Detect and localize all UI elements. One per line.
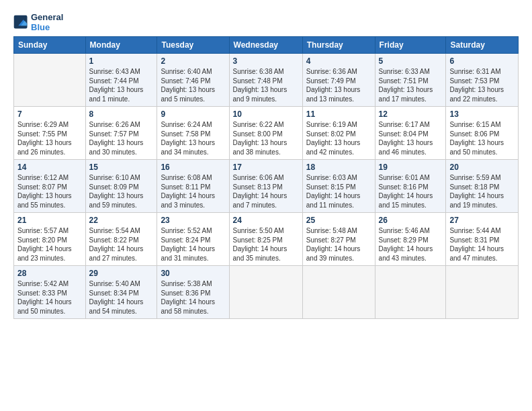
sunrise-text: Sunrise: 6:08 AM xyxy=(161,174,212,181)
calendar-cell: 19Sunrise: 6:01 AMSunset: 8:16 PMDayligh… xyxy=(375,160,446,213)
logo: General Blue xyxy=(13,12,63,32)
day-info: Sunrise: 6:08 AMSunset: 8:11 PMDaylight:… xyxy=(161,173,225,210)
calendar-cell xyxy=(375,266,446,319)
daylight-text: Daylight: 13 hours and 50 minutes. xyxy=(449,139,504,156)
day-info: Sunrise: 5:40 AMSunset: 8:34 PMDaylight:… xyxy=(89,279,154,316)
calendar-cell: 4Sunrise: 6:36 AMSunset: 7:49 PMDaylight… xyxy=(302,54,375,107)
sunset-text: Sunset: 8:31 PM xyxy=(449,236,499,244)
sunrise-text: Sunrise: 5:52 AM xyxy=(161,227,212,234)
day-header-thursday: Thursday xyxy=(302,37,375,54)
day-number: 27 xyxy=(449,216,515,225)
day-number: 29 xyxy=(89,269,154,278)
sunset-text: Sunset: 8:15 PM xyxy=(306,183,356,191)
daylight-text: Daylight: 14 hours and 31 minutes. xyxy=(161,245,215,262)
day-number: 15 xyxy=(89,163,154,172)
day-info: Sunrise: 6:38 AMSunset: 7:48 PMDaylight:… xyxy=(233,67,299,103)
sunrise-text: Sunrise: 6:31 AM xyxy=(449,68,500,75)
daylight-text: Daylight: 14 hours and 43 minutes. xyxy=(379,245,433,262)
calendar-table: SundayMondayTuesdayWednesdayThursdayFrid… xyxy=(13,36,519,319)
sunset-text: Sunset: 7:44 PM xyxy=(89,77,139,85)
sunset-text: Sunset: 7:46 PM xyxy=(161,77,210,85)
day-info: Sunrise: 6:31 AMSunset: 7:53 PMDaylight:… xyxy=(449,67,515,103)
sunrise-text: Sunrise: 5:38 AM xyxy=(161,280,212,287)
sunset-text: Sunset: 7:48 PM xyxy=(233,77,283,85)
sunset-text: Sunset: 8:11 PM xyxy=(161,183,210,191)
calendar-cell: 10Sunrise: 6:22 AMSunset: 8:00 PMDayligh… xyxy=(229,107,302,160)
day-number: 22 xyxy=(89,216,154,225)
sunrise-text: Sunrise: 6:22 AM xyxy=(233,121,284,128)
calendar-cell xyxy=(14,54,86,107)
day-info: Sunrise: 6:19 AMSunset: 8:02 PMDaylight:… xyxy=(306,120,371,156)
day-info: Sunrise: 5:52 AMSunset: 8:24 PMDaylight:… xyxy=(161,226,225,263)
day-header-sunday: Sunday xyxy=(14,37,86,54)
calendar-cell: 27Sunrise: 5:44 AMSunset: 8:31 PMDayligh… xyxy=(446,213,519,266)
daylight-text: Daylight: 13 hours and 5 minutes. xyxy=(161,86,215,103)
sunset-text: Sunset: 7:53 PM xyxy=(449,77,499,85)
logo-text: General Blue xyxy=(31,12,63,32)
sunrise-text: Sunrise: 6:15 AM xyxy=(449,121,500,128)
sunrise-text: Sunrise: 5:54 AM xyxy=(89,227,140,234)
day-number: 21 xyxy=(17,216,82,225)
sunset-text: Sunset: 8:25 PM xyxy=(233,236,283,244)
sunrise-text: Sunrise: 6:33 AM xyxy=(379,68,430,75)
day-header-tuesday: Tuesday xyxy=(157,37,229,54)
day-info: Sunrise: 6:40 AMSunset: 7:46 PMDaylight:… xyxy=(161,67,225,103)
day-info: Sunrise: 6:33 AMSunset: 7:51 PMDaylight:… xyxy=(379,67,443,103)
calendar-cell: 30Sunrise: 5:38 AMSunset: 8:36 PMDayligh… xyxy=(157,266,229,319)
daylight-text: Daylight: 14 hours and 3 minutes. xyxy=(161,192,215,209)
sunrise-text: Sunrise: 6:06 AM xyxy=(233,174,284,181)
day-number: 26 xyxy=(379,216,443,225)
daylight-text: Daylight: 14 hours and 50 minutes. xyxy=(17,298,72,315)
calendar-cell: 9Sunrise: 6:24 AMSunset: 7:58 PMDaylight… xyxy=(157,107,229,160)
day-info: Sunrise: 5:54 AMSunset: 8:22 PMDaylight:… xyxy=(89,226,154,263)
day-info: Sunrise: 5:57 AMSunset: 8:20 PMDaylight:… xyxy=(17,226,82,263)
sunrise-text: Sunrise: 5:50 AM xyxy=(233,227,284,234)
calendar-cell: 17Sunrise: 6:06 AMSunset: 8:13 PMDayligh… xyxy=(229,160,302,213)
day-number: 20 xyxy=(449,163,515,172)
day-number: 28 xyxy=(17,269,82,278)
calendar-cell: 13Sunrise: 6:15 AMSunset: 8:06 PMDayligh… xyxy=(446,107,519,160)
day-number: 7 xyxy=(17,109,82,119)
day-info: Sunrise: 6:29 AMSunset: 7:55 PMDaylight:… xyxy=(17,120,82,156)
daylight-text: Daylight: 14 hours and 7 minutes. xyxy=(233,192,287,209)
calendar-week-3: 14Sunrise: 6:12 AMSunset: 8:07 PMDayligh… xyxy=(14,160,519,213)
day-number: 5 xyxy=(379,56,443,66)
day-number: 24 xyxy=(233,216,299,225)
calendar-cell: 16Sunrise: 6:08 AMSunset: 8:11 PMDayligh… xyxy=(157,160,229,213)
sunrise-text: Sunrise: 5:48 AM xyxy=(306,227,357,234)
sunrise-text: Sunrise: 6:01 AM xyxy=(379,174,430,181)
day-info: Sunrise: 6:24 AMSunset: 7:58 PMDaylight:… xyxy=(161,120,225,156)
calendar-cell: 21Sunrise: 5:57 AMSunset: 8:20 PMDayligh… xyxy=(14,213,86,266)
sunrise-text: Sunrise: 6:36 AM xyxy=(306,68,357,75)
daylight-text: Daylight: 14 hours and 15 minutes. xyxy=(379,192,433,209)
sunrise-text: Sunrise: 5:59 AM xyxy=(449,174,500,181)
day-info: Sunrise: 6:01 AMSunset: 8:16 PMDaylight:… xyxy=(379,173,443,210)
day-number: 10 xyxy=(233,109,299,119)
sunrise-text: Sunrise: 5:46 AM xyxy=(379,227,430,234)
calendar-cell xyxy=(229,266,302,319)
day-header-monday: Monday xyxy=(85,37,157,54)
day-number: 18 xyxy=(306,163,371,172)
calendar-cell: 15Sunrise: 6:10 AMSunset: 8:09 PMDayligh… xyxy=(85,160,157,213)
day-info: Sunrise: 6:06 AMSunset: 8:13 PMDaylight:… xyxy=(233,173,299,210)
sunset-text: Sunset: 8:16 PM xyxy=(379,183,429,191)
calendar-cell xyxy=(446,266,519,319)
day-info: Sunrise: 5:46 AMSunset: 8:29 PMDaylight:… xyxy=(379,226,443,263)
day-info: Sunrise: 6:12 AMSunset: 8:07 PMDaylight:… xyxy=(17,173,82,210)
day-number: 1 xyxy=(89,56,154,66)
sunset-text: Sunset: 7:51 PM xyxy=(379,77,429,85)
sunrise-text: Sunrise: 6:26 AM xyxy=(89,121,140,128)
day-info: Sunrise: 5:48 AMSunset: 8:27 PMDaylight:… xyxy=(306,226,371,263)
sunset-text: Sunset: 8:06 PM xyxy=(449,130,499,138)
daylight-text: Daylight: 13 hours and 30 minutes. xyxy=(89,139,144,156)
calendar-cell: 8Sunrise: 6:26 AMSunset: 7:57 PMDaylight… xyxy=(85,107,157,160)
day-number: 13 xyxy=(449,109,515,119)
calendar-cell: 3Sunrise: 6:38 AMSunset: 7:48 PMDaylight… xyxy=(229,54,302,107)
day-number: 12 xyxy=(379,109,443,119)
day-number: 6 xyxy=(449,56,515,66)
calendar-cell: 29Sunrise: 5:40 AMSunset: 8:34 PMDayligh… xyxy=(85,266,157,319)
day-info: Sunrise: 6:17 AMSunset: 8:04 PMDaylight:… xyxy=(379,120,443,156)
daylight-text: Daylight: 14 hours and 19 minutes. xyxy=(449,192,504,209)
sunset-text: Sunset: 8:36 PM xyxy=(161,289,210,297)
sunset-text: Sunset: 8:29 PM xyxy=(379,236,429,244)
